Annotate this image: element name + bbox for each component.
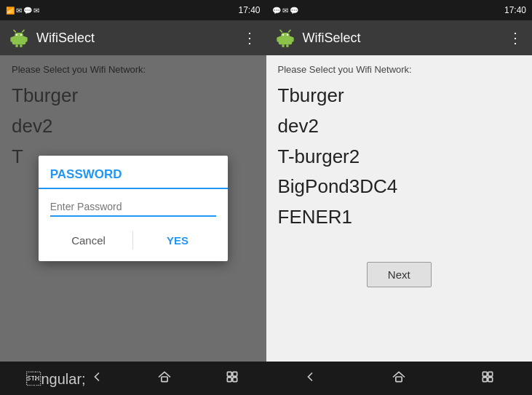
app-icon-left xyxy=(9,28,29,48)
left-phone: 📶 ✉ 💬 ✉ 17:40 WifiSelect ⋮ Please Select… xyxy=(0,0,266,395)
app-title-right: WifiSelect xyxy=(303,31,501,46)
dialog-divider xyxy=(132,231,133,250)
svg-rect-6 xyxy=(10,37,13,42)
status-bar-left: 📶 ✉ 💬 ✉ 17:40 xyxy=(0,0,266,20)
menu-dots-right[interactable]: ⋮ xyxy=(508,29,523,47)
app-bar-left: WifiSelect ⋮ xyxy=(0,20,266,55)
list-item[interactable]: Tburger xyxy=(278,81,521,111)
menu-dots-left[interactable]: ⋮ xyxy=(242,29,258,47)
messenger-icon: 💬 xyxy=(23,7,32,15)
home-button-left[interactable] xyxy=(157,370,172,388)
app-icon-right xyxy=(275,28,295,48)
svg-rect-21 xyxy=(277,37,279,42)
svg-line-4 xyxy=(14,31,15,32)
bt-icon: ✉ xyxy=(16,7,22,15)
status-icons-left: 📶 ✉ 💬 ✉ xyxy=(6,7,39,15)
svg-line-20 xyxy=(288,31,290,32)
svg-rect-29 xyxy=(488,377,493,381)
nav-bar-right xyxy=(266,362,533,395)
svg-rect-13 xyxy=(227,377,231,381)
list-item[interactable]: dev2 xyxy=(278,111,521,142)
password-dialog: PASSWORD Cancel YES xyxy=(39,156,228,261)
time-right: 17:40 xyxy=(504,5,526,15)
back-button-left[interactable]: ngular; xyxy=(26,370,104,388)
dialog-body xyxy=(39,189,228,223)
messenger-icon-r: 💬 xyxy=(290,7,298,15)
wifi-prompt-right: Please Select you Wifi Network: xyxy=(278,64,521,75)
app-title-left: WifiSelect xyxy=(36,31,235,46)
svg-point-17 xyxy=(282,34,283,36)
app-bar-right: WifiSelect ⋮ xyxy=(266,20,533,55)
svg-rect-8 xyxy=(15,44,18,47)
svg-rect-12 xyxy=(233,372,237,376)
cancel-button[interactable]: Cancel xyxy=(50,228,127,252)
list-item[interactable]: BigPond3DC4 xyxy=(278,172,521,202)
dialog-title: PASSWORD xyxy=(39,156,228,189)
svg-rect-25 xyxy=(396,377,402,382)
svg-rect-22 xyxy=(291,37,294,42)
svg-rect-28 xyxy=(483,377,487,381)
wifi-list-right: Tburger dev2 T-burger2 BigPond3DC4 FENER… xyxy=(278,81,521,233)
svg-point-3 xyxy=(20,34,22,36)
svg-rect-27 xyxy=(488,372,493,376)
svg-rect-9 xyxy=(20,44,22,47)
mail-icon: ✉ xyxy=(33,7,39,15)
list-item[interactable]: FENER1 xyxy=(278,202,521,233)
home-button-right[interactable] xyxy=(392,370,406,388)
svg-line-5 xyxy=(23,31,24,32)
password-input[interactable] xyxy=(50,198,216,217)
svg-rect-16 xyxy=(281,33,290,38)
back-button-right[interactable] xyxy=(303,370,317,388)
dialog-overlay: PASSWORD Cancel YES xyxy=(0,55,266,362)
right-phone: 💬 ✉ 💬 17:40 WifiSelect ⋮ Please Select y… xyxy=(266,0,533,395)
svg-point-2 xyxy=(16,34,17,36)
svg-rect-14 xyxy=(233,377,237,381)
svg-rect-24 xyxy=(286,44,289,47)
content-right: Please Select you Wifi Network: Tburger … xyxy=(266,55,533,362)
confirm-button[interactable]: YES xyxy=(139,228,216,252)
status-bar-right: 💬 ✉ 💬 17:40 xyxy=(266,0,533,20)
list-item[interactable]: T-burger2 xyxy=(278,142,521,172)
svg-rect-11 xyxy=(227,372,231,376)
svg-rect-7 xyxy=(25,37,28,42)
svg-rect-1 xyxy=(15,33,23,38)
time-left: 17:40 xyxy=(238,5,260,15)
notification-icon-r: 💬 xyxy=(272,7,281,15)
svg-point-18 xyxy=(286,34,287,36)
mail-icon-r: ✉ xyxy=(282,7,288,15)
next-button-right[interactable]: Next xyxy=(367,262,432,287)
recent-button-left[interactable] xyxy=(225,370,239,388)
nav-bar-left: ngular; xyxy=(0,362,266,395)
notification-icon: 📶 xyxy=(6,7,15,15)
recent-button-right[interactable] xyxy=(480,370,495,388)
dialog-actions: Cancel YES xyxy=(39,223,228,261)
svg-line-19 xyxy=(280,31,282,32)
svg-rect-26 xyxy=(483,372,487,376)
status-icons-right: 💬 ✉ 💬 xyxy=(272,7,298,15)
svg-rect-23 xyxy=(282,44,285,47)
content-left: Please Select you Wifi Network: Tburger … xyxy=(0,55,266,362)
svg-rect-10 xyxy=(162,377,167,382)
